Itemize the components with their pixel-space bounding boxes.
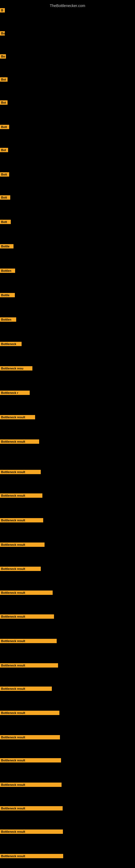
bar-label: Bo	[0, 54, 6, 59]
bar-item: Bottleneck result	[0, 518, 43, 524]
bar-label: Bottleneck result	[0, 711, 59, 715]
bar-item: Bottleneck result	[0, 663, 58, 669]
bar-item: Bottleneck result	[0, 614, 54, 620]
bar-label: Bottleneck result	[0, 806, 63, 810]
bar-item: Bottleneck result	[0, 590, 53, 596]
bar-label: Bottleneck result	[0, 439, 39, 444]
bar-label: Bottleneck result	[0, 614, 54, 619]
bar-label: Bottleneck result	[0, 493, 42, 498]
bar-item: Bottleneck	[0, 342, 21, 347]
bar-item: Bottleneck result	[0, 470, 41, 475]
bar-item: Bottleneck result	[0, 542, 45, 548]
bar-item: Bot	[0, 100, 8, 106]
bar-label: Bottleneck result	[0, 415, 35, 420]
bar-item: Bottleneck result	[0, 686, 52, 692]
bar-label: Bott	[0, 220, 11, 224]
bar-label: Bottleneck result	[0, 590, 53, 595]
bar-item: Bottleneck result	[0, 830, 63, 835]
bar-label: Bottleneck result	[0, 542, 45, 547]
bar-item: Bot	[0, 148, 8, 153]
bar-label: Bottleneck result	[0, 854, 63, 858]
bar-item: Bottleneck result	[0, 735, 60, 741]
bar-label: Bott	[0, 172, 9, 177]
bar-label: B	[0, 8, 5, 12]
bar-label: Bottleneck result	[0, 782, 61, 787]
bar-item: Bottle	[0, 244, 13, 250]
bar-label: Bott	[0, 195, 10, 199]
bar-item: Bottleneck result	[0, 639, 57, 644]
bar-item: Bottleneck result	[0, 439, 39, 445]
bar-label: Bott	[0, 125, 9, 129]
bar-item: Bottle	[0, 293, 15, 299]
bar-label: Bottleneck result	[0, 518, 43, 522]
bar-label: Bot	[0, 100, 8, 105]
bar-label: Bottle	[0, 293, 15, 297]
bar-label: Bottleneck result	[0, 470, 41, 474]
bar-label: Bot	[0, 77, 8, 82]
bar-item: Bott	[0, 195, 10, 201]
bar-label: Bottleneck result	[0, 686, 52, 691]
bar-label: Bottleneck result	[0, 830, 63, 834]
bar-item: Bott	[0, 220, 11, 225]
bar-label: Bottleneck result	[0, 735, 60, 739]
bar-label: Bottleneck result	[0, 639, 57, 643]
bar-item: Bottlen	[0, 317, 16, 323]
bar-item: Bottleneck result	[0, 758, 61, 764]
bar-item: Bottleneck result	[0, 854, 63, 859]
bar-item: Bottlen	[0, 269, 15, 274]
bar-label: Bo	[0, 31, 5, 35]
bar-label: Bottleneck r	[0, 391, 30, 395]
bar-label: Bot	[0, 148, 8, 152]
bar-item: Bottleneck result	[0, 415, 35, 421]
bar-item: Bottleneck result	[0, 782, 61, 788]
bar-item: Bottleneck result	[0, 567, 41, 572]
bar-item: Bottleneck r	[0, 391, 30, 396]
bar-label: Bottleneck result	[0, 567, 41, 571]
bar-label: Bottleneck	[0, 342, 21, 346]
bar-item: Bo	[0, 54, 6, 60]
bar-item: Bottleneck resu	[0, 366, 32, 372]
bar-item: Bott	[0, 125, 9, 130]
bar-item: Bottleneck result	[0, 806, 63, 812]
bar-label: Bottlen	[0, 269, 15, 273]
bar-item: Bott	[0, 172, 9, 178]
bar-label: Bottleneck result	[0, 663, 58, 668]
bar-item: Bo	[0, 31, 5, 37]
bar-item: Bot	[0, 77, 8, 83]
bar-item: B	[0, 8, 5, 13]
bar-label: Bottlen	[0, 317, 16, 322]
bar-item: Bottleneck result	[0, 493, 42, 499]
bar-label: Bottleneck result	[0, 758, 61, 763]
bar-label: Bottleneck resu	[0, 366, 32, 371]
bar-item: Bottleneck result	[0, 711, 59, 716]
bar-label: Bottle	[0, 244, 13, 248]
site-title: TheBottlenecker.com	[0, 1, 135, 10]
